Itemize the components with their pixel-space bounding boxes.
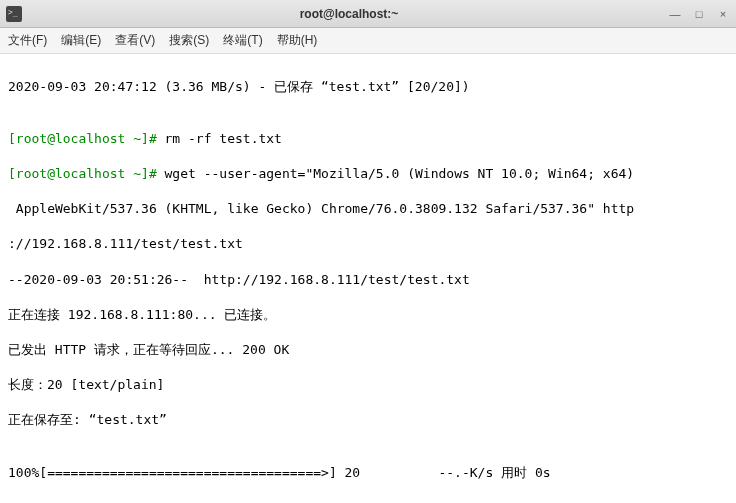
menu-help[interactable]: 帮助(H) <box>277 32 318 49</box>
command: wget --user-agent="Mozilla/5.0 (Windows … <box>165 166 635 181</box>
menu-search[interactable]: 搜索(S) <box>169 32 209 49</box>
prompt: [root@localhost ~]# <box>8 166 165 181</box>
maximize-button[interactable]: □ <box>692 7 706 21</box>
output-line: 已发出 HTTP 请求，正在等待回应... 200 OK <box>8 341 728 359</box>
menu-terminal[interactable]: 终端(T) <box>223 32 262 49</box>
window-title: root@localhost:~ <box>30 7 668 21</box>
output-line: 正在保存至: “test.txt” <box>8 411 728 429</box>
close-button[interactable]: × <box>716 7 730 21</box>
output-line: 正在连接 192.168.8.111:80... 已连接。 <box>8 306 728 324</box>
menu-file[interactable]: 文件(F) <box>8 32 47 49</box>
menu-edit[interactable]: 编辑(E) <box>61 32 101 49</box>
output-line: --2020-09-03 20:51:26-- http://192.168.8… <box>8 271 728 289</box>
output-line: 长度：20 [text/plain] <box>8 376 728 394</box>
terminal-body[interactable]: 2020-09-03 20:47:12 (3.36 MB/s) - 已保存 “t… <box>0 54 736 503</box>
command: rm -rf test.txt <box>165 131 282 146</box>
command-continuation: AppleWebKit/537.36 (KHTML, like Gecko) C… <box>8 200 728 218</box>
command-continuation: ://192.168.8.111/test/test.txt <box>8 235 728 253</box>
menu-view[interactable]: 查看(V) <box>115 32 155 49</box>
titlebar: root@localhost:~ — □ × <box>0 0 736 28</box>
prompt-line: [root@localhost ~]# rm -rf test.txt <box>8 130 728 148</box>
terminal-icon <box>6 6 22 22</box>
output-line: 2020-09-03 20:47:12 (3.36 MB/s) - 已保存 “t… <box>8 78 728 96</box>
window-controls: — □ × <box>668 7 730 21</box>
prompt-line: [root@localhost ~]# wget --user-agent="M… <box>8 165 728 183</box>
minimize-button[interactable]: — <box>668 7 682 21</box>
prompt: [root@localhost ~]# <box>8 131 165 146</box>
menubar: 文件(F) 编辑(E) 查看(V) 搜索(S) 终端(T) 帮助(H) <box>0 28 736 54</box>
progress-bar: 100%[===================================… <box>8 464 728 482</box>
